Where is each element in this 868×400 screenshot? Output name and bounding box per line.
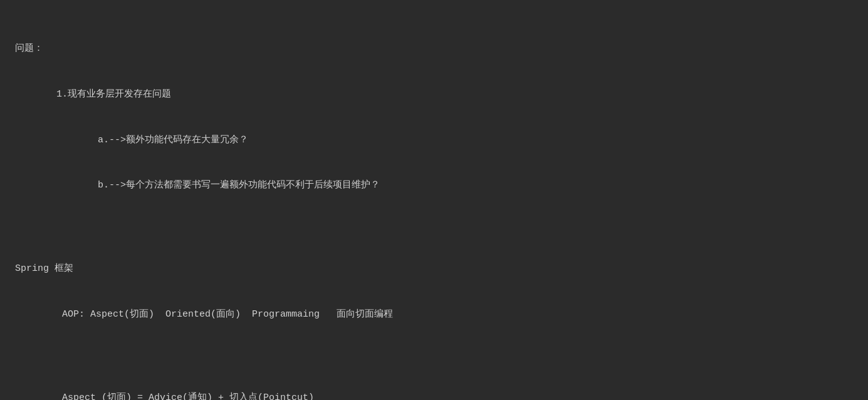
line-1: 1.现有业务层开发存在问题 xyxy=(15,87,853,103)
spacer-2 xyxy=(15,353,853,361)
line-3: b.-->每个方法都需要书写一遍额外功能代码不利于后续项目维护？ xyxy=(15,178,853,194)
spacer-1 xyxy=(15,224,853,231)
line-aspect-def: Aspect (切面) = Advice(通知) + 切入点(Pointcut) xyxy=(15,391,853,401)
line-aop: AOP: Aspect(切面) Oriented(面向) Programmain… xyxy=(15,307,853,323)
line-2: a.-->额外功能代码存在大量冗余？ xyxy=(15,133,853,149)
title-line: 问题： xyxy=(15,41,853,57)
main-content: 问题： 1.现有业务层开发存在问题 a.-->额外功能代码存在大量冗余？ b.-… xyxy=(15,11,853,400)
line-spring: Spring 框架 xyxy=(15,261,853,277)
